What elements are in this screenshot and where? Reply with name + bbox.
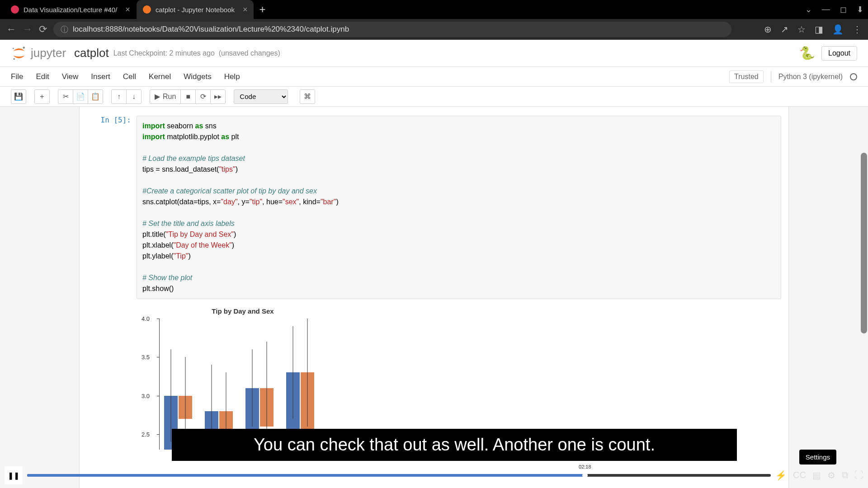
speed-icon[interactable]: ⚡ [775,470,787,481]
menu-cell[interactable]: Cell [123,72,136,81]
notebook-header: jupyter catplot Last Checkpoint: 2 minut… [0,40,868,67]
add-cell-button[interactable]: + [34,89,50,104]
kernel-status-icon[interactable] [850,73,857,80]
pip-icon[interactable]: ⧉ [842,470,848,481]
progress-fill [27,474,585,477]
bar [260,388,274,427]
y-tick-label: 2.5 [142,431,150,437]
svg-point-0 [23,47,25,49]
cell-type-select[interactable]: Code [234,89,288,104]
y-tick-label: 3.5 [142,354,150,361]
move-up-button[interactable]: ↑ [111,89,127,104]
paste-button[interactable]: 📋 [88,89,103,104]
forward-icon[interactable]: → [23,23,33,35]
jupyter-logo-icon [11,45,27,61]
code-editor[interactable]: import seaborn as sns import matplotlib.… [137,116,781,299]
tab-title: Data Visualization/Lecture #40/ [24,6,117,14]
python-logo-icon: 🐍 [799,46,815,61]
zoom-icon[interactable]: ⊕ [764,24,772,35]
notebook-area: jupyter catplot Last Checkpoint: 2 minut… [0,40,868,488]
new-tab-icon[interactable]: + [259,3,265,16]
move-down-button[interactable]: ↓ [126,89,142,104]
progress-thumb[interactable] [582,473,588,478]
scrollbar-vertical[interactable] [861,153,867,333]
browser-tab-active[interactable]: catplot - Jupyter Notebook × [137,0,254,19]
menu-edit[interactable]: Edit [36,72,49,81]
chart-title: Tip by Day and Sex [137,307,349,315]
settings-tooltip: Settings [799,450,836,465]
command-palette-button[interactable]: ⌘ [300,89,315,104]
menu-insert[interactable]: Insert [91,72,110,81]
menubar: File Edit View Insert Cell Kernel Widget… [0,67,868,87]
share-icon[interactable]: ↗ [781,24,788,35]
logout-button[interactable]: Logout [821,46,857,61]
maximize-icon[interactable]: ◻ [840,5,847,14]
video-progress[interactable]: 02:18 [27,474,771,477]
copy-button[interactable]: 📄 [73,89,88,104]
url-text: localhost:8888/notebooks/Data%20Visualiz… [73,25,349,34]
url-bar[interactable]: ⓘ localhost:8888/notebooks/Data%20Visual… [53,22,731,37]
sidepanel-icon[interactable]: ◨ [815,24,823,35]
run-button[interactable]: ▶ Run [150,89,181,104]
menu-icon[interactable]: ⋮ [853,24,862,35]
reload-icon[interactable]: ⟳ [39,23,47,35]
stop-button[interactable]: ■ [180,89,196,104]
quality-icon[interactable]: ▤ [812,470,821,481]
svg-point-1 [13,58,15,60]
kernel-name[interactable]: Python 3 (ipykernel) [778,73,843,81]
menu-help[interactable]: Help [224,72,240,81]
restart-button[interactable]: ⟳ [195,89,211,104]
notebook-toolbar: 💾 + ✂ 📄 📋 ↑ ↓ ▶ Run ■ ⟳ ▸▸ Code ⌘ [0,87,868,107]
video-controls: ❚❚ 02:18 ⚡ CC ▤ ⚙ ⧉ ⛶ [5,467,863,483]
fullscreen-icon[interactable]: ⛶ [854,470,863,481]
restart-run-all-button[interactable]: ▸▸ [210,89,226,104]
bar-chart: Tip by Day and Sex 2.53.03.54.0 [137,307,349,450]
minimize-icon[interactable]: — [822,5,830,14]
tab-favicon-icon [11,5,19,14]
svg-point-2 [13,47,14,49]
browser-toolbar: ← → ⟳ ⓘ localhost:8888/notebooks/Data%20… [0,19,868,40]
y-tick-label: 4.0 [142,315,150,322]
dropdown-icon[interactable]: ⌄ [805,5,812,14]
back-icon[interactable]: ← [6,23,16,35]
browser-tab[interactable]: Data Visualization/Lecture #40/ × [5,0,137,19]
cut-button[interactable]: ✂ [58,89,73,104]
jupyter-text: jupyter [31,46,66,60]
jupyter-logo[interactable]: jupyter [11,45,66,61]
tab-favicon-icon [143,5,151,14]
browser-titlebar: Data Visualization/Lecture #40/ × catplo… [0,0,868,19]
cc-icon[interactable]: CC [793,470,806,481]
menu-view[interactable]: View [62,72,79,81]
bar [179,396,192,419]
cell-prompt: In [5]: [87,116,137,299]
menu-kernel[interactable]: Kernel [149,72,171,81]
download-icon[interactable]: ⬇ [857,5,863,14]
close-icon[interactable]: × [125,5,130,14]
save-button[interactable]: 💾 [11,89,26,104]
menu-widgets[interactable]: Widgets [184,72,211,81]
settings-icon[interactable]: ⚙ [827,470,835,481]
trusted-indicator[interactable]: Trusted [729,70,764,83]
y-tick-label: 3.0 [142,392,150,399]
notebook-name[interactable]: catplot [74,46,109,60]
close-icon[interactable]: × [243,5,248,14]
tab-title: catplot - Jupyter Notebook [156,6,235,14]
star-icon[interactable]: ☆ [797,24,806,35]
code-cell[interactable]: In [5]: import seaborn as sns import mat… [80,112,788,303]
menu-file[interactable]: File [11,72,23,81]
window-controls: ⌄ — ◻ ⬇ [805,5,863,14]
profile-icon[interactable]: 👤 [832,24,844,35]
time-badge: 02:18 [576,463,594,470]
site-info-icon[interactable]: ⓘ [61,24,68,35]
pause-button[interactable]: ❚❚ [5,466,23,484]
video-caption: You can check that out as well. Another … [172,429,737,461]
checkpoint-text: Last Checkpoint: 2 minutes ago (unsaved … [113,49,280,57]
